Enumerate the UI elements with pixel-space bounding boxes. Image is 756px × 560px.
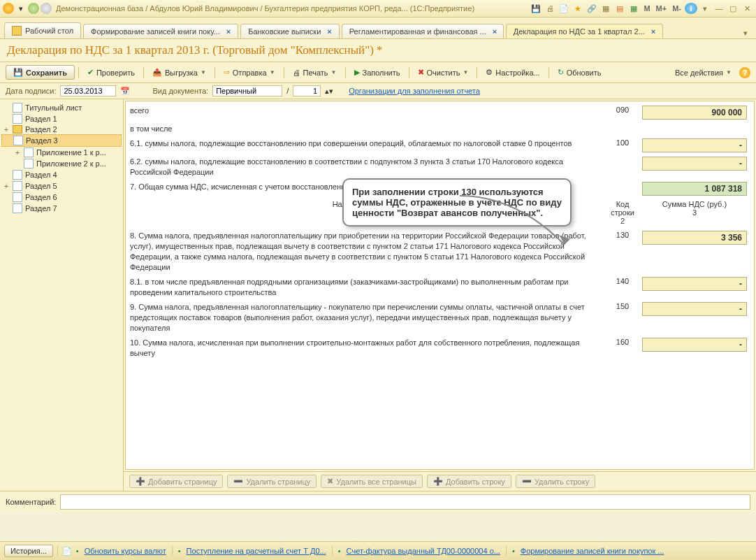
tree-node[interactable]: +Раздел 5	[1, 180, 122, 192]
footer-button[interactable]: ➖Удалить страницу	[227, 475, 317, 488]
calendar-icon[interactable]: ▦	[627, 3, 640, 14]
check-button[interactable]: ✔Проверить	[82, 66, 140, 79]
tab-form-records[interactable]: Формирование записей книги поку...×	[83, 24, 238, 38]
separator	[78, 67, 79, 78]
history-button[interactable]: История...	[4, 545, 53, 557]
tree-node[interactable]: +Раздел 2	[1, 124, 122, 134]
refresh-label: Обновить	[567, 69, 602, 77]
comment-input[interactable]	[60, 494, 750, 510]
dropdown2-icon[interactable]: ▾	[699, 3, 711, 14]
help-icon[interactable]: i	[685, 3, 697, 14]
nav-back-icon[interactable]	[28, 3, 39, 14]
tree-node[interactable]: +Приложение 1 к р...	[1, 147, 122, 158]
tree-node[interactable]: Раздел 4	[1, 169, 122, 180]
footer-btn-label: Добавить страницу	[148, 478, 217, 486]
footer-btn-label: Добавить строку	[446, 478, 505, 486]
form-row: 6.1. суммы налога, подлежащие восстановл…	[130, 138, 747, 152]
print-icon[interactable]: 🖨	[544, 3, 556, 14]
doc-icon[interactable]: 📄	[558, 3, 570, 14]
save-icon[interactable]: 💾	[530, 3, 542, 14]
tree-node[interactable]: Приложение 2 к р...	[1, 158, 122, 169]
expander-icon[interactable]: +	[3, 125, 10, 134]
help-icon[interactable]: ?	[739, 67, 750, 78]
row-value: -	[642, 138, 747, 152]
value-input[interactable]: -	[642, 138, 747, 152]
footer-button[interactable]: ➕Добавить страницу	[129, 475, 223, 488]
refresh-icon: ↻	[558, 68, 564, 77]
separator	[477, 67, 477, 78]
expander-icon[interactable]: +	[3, 182, 10, 190]
footer-btn-icon: ➕	[136, 477, 145, 486]
date-input[interactable]	[60, 85, 116, 96]
value-input[interactable]: 3 356	[642, 231, 747, 245]
value-input[interactable]: 900 000	[642, 106, 747, 120]
close-icon[interactable]: ✕	[741, 3, 753, 14]
maximize-icon[interactable]: ▢	[727, 3, 739, 14]
tree-node[interactable]: Раздел 7	[1, 203, 122, 214]
tab-reg-finance[interactable]: Регламентированная и финансовая ...×	[342, 24, 504, 38]
tree-node[interactable]: Титульный лист	[1, 102, 122, 113]
nav-fwd-icon[interactable]	[41, 3, 52, 14]
value-input[interactable]: -	[642, 277, 747, 291]
row-value: -	[642, 277, 747, 291]
send-button[interactable]: ⇨Отправка▼	[219, 66, 280, 79]
value-input[interactable]: -	[642, 157, 747, 171]
doctype-input[interactable]	[212, 85, 282, 96]
document-scroll[interactable]: При заполнении строки 130 используются с…	[125, 101, 755, 470]
dropdown-icon[interactable]: ▾	[15, 3, 27, 14]
footer-button[interactable]: ✖Удалить все страницы	[321, 475, 423, 488]
footer-button[interactable]: ➕Добавить строку	[427, 475, 511, 488]
tab-close-icon[interactable]: ×	[651, 27, 655, 36]
tabs-menu-icon[interactable]: ▾	[739, 27, 752, 38]
row-value: 1 087 318	[642, 182, 747, 196]
tree-node[interactable]: Раздел 6	[1, 192, 122, 203]
value-input[interactable]: -	[642, 302, 747, 316]
separator	[345, 67, 346, 78]
row-text: 6.1. суммы налога, подлежащие восстановл…	[130, 138, 603, 149]
link-icon[interactable]: 🔗	[586, 3, 598, 14]
status-icon: 📄	[62, 547, 72, 556]
tab-label: Банковские выписки	[248, 27, 321, 36]
value-input[interactable]: 1 087 318	[642, 182, 747, 196]
status-link[interactable]: Счет-фактура выданный ТД00-0000004 о...	[347, 547, 500, 555]
tab-close-icon[interactable]: ×	[327, 27, 331, 36]
tree-label: Раздел 3	[26, 136, 58, 145]
mem-mm[interactable]: M-	[670, 4, 683, 13]
tab-close-icon[interactable]: ×	[226, 27, 231, 36]
refresh-button[interactable]: ↻Обновить	[553, 66, 606, 79]
print-button[interactable]: 🖨Печать▼	[288, 66, 342, 79]
section-tree: Титульный листРаздел 1+Раздел 2Раздел 3+…	[0, 99, 124, 491]
minimize-icon[interactable]: —	[713, 3, 725, 14]
status-link[interactable]: Поступление на расчетный счет Т Д0...	[187, 547, 326, 555]
mem-m[interactable]: M	[641, 4, 652, 13]
tab-bank[interactable]: Банковские выписки×	[240, 24, 340, 38]
export-button[interactable]: 📤Выгрузка▼	[147, 66, 211, 79]
document-icon	[13, 170, 22, 180]
tree-label: Раздел 6	[25, 193, 57, 201]
value-input[interactable]: -	[642, 338, 747, 352]
fill-button[interactable]: ▶Заполнить	[349, 66, 405, 79]
tab-close-icon[interactable]: ×	[493, 27, 497, 36]
org-link[interactable]: Организации для заполнения отчета	[349, 87, 480, 95]
tree-node[interactable]: Раздел 1	[1, 113, 122, 124]
status-link[interactable]: Формирование записей книги покупок ...	[521, 547, 664, 555]
row-code: 100	[609, 138, 637, 147]
footer-button[interactable]: ➖Удалить строку	[516, 475, 595, 488]
tree-node[interactable]: Раздел 3	[1, 134, 122, 147]
mem-mp[interactable]: M+	[654, 4, 669, 13]
status-link[interactable]: Обновить курсы валют	[85, 547, 166, 555]
date-picker-icon[interactable]: 📅	[120, 87, 130, 96]
star-icon[interactable]: ★	[572, 3, 584, 14]
tab-desktop[interactable]: Рабочий стол	[4, 22, 81, 38]
tab-declaration[interactable]: Декларация по НДС за 1 квартал 2...×	[506, 24, 663, 38]
save-button[interactable]: 💾Сохранить	[6, 65, 75, 80]
grid-tool-icon[interactable]: ▦	[599, 3, 612, 14]
chevron-down-icon: ▼	[463, 69, 468, 76]
settings-button[interactable]: ⚙Настройка...	[481, 66, 544, 79]
expander-icon[interactable]: +	[14, 148, 21, 157]
spinner-icon[interactable]: ▴▾	[325, 87, 333, 96]
doc-number-input[interactable]	[293, 85, 321, 96]
all-actions-button[interactable]: Все действия▼	[670, 66, 736, 79]
clear-button[interactable]: ✖Очистить▼	[413, 66, 474, 79]
calc-icon[interactable]: ▤	[613, 3, 626, 14]
